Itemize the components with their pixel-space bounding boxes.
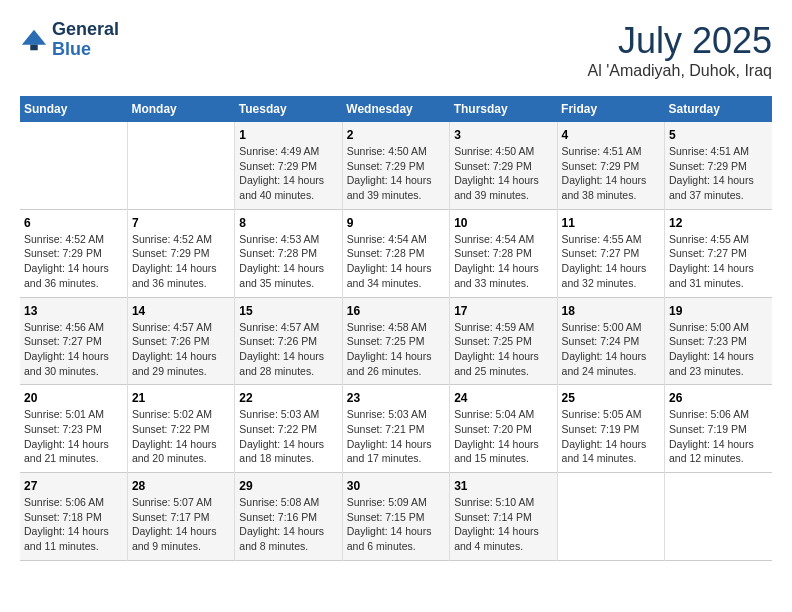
calendar-cell: 1Sunrise: 4:49 AMSunset: 7:29 PMDaylight… — [235, 122, 342, 209]
title-block: July 2025 Al 'Amadiyah, Duhok, Iraq — [588, 20, 772, 80]
calendar-cell: 20Sunrise: 5:01 AMSunset: 7:23 PMDayligh… — [20, 385, 127, 473]
cell-info: Sunrise: 4:52 AMSunset: 7:29 PMDaylight:… — [24, 232, 123, 291]
day-number: 26 — [669, 391, 768, 405]
calendar-title: July 2025 — [588, 20, 772, 62]
logo-text: General Blue — [52, 20, 119, 60]
calendar-subtitle: Al 'Amadiyah, Duhok, Iraq — [588, 62, 772, 80]
calendar-cell: 6Sunrise: 4:52 AMSunset: 7:29 PMDaylight… — [20, 209, 127, 297]
cell-info: Sunrise: 5:07 AMSunset: 7:17 PMDaylight:… — [132, 495, 230, 554]
cell-info: Sunrise: 4:53 AMSunset: 7:28 PMDaylight:… — [239, 232, 337, 291]
calendar-cell: 26Sunrise: 5:06 AMSunset: 7:19 PMDayligh… — [665, 385, 772, 473]
cell-info: Sunrise: 4:50 AMSunset: 7:29 PMDaylight:… — [454, 144, 552, 203]
day-number: 15 — [239, 304, 337, 318]
calendar-cell: 7Sunrise: 4:52 AMSunset: 7:29 PMDaylight… — [127, 209, 234, 297]
day-number: 14 — [132, 304, 230, 318]
day-number: 13 — [24, 304, 123, 318]
cell-info: Sunrise: 4:56 AMSunset: 7:27 PMDaylight:… — [24, 320, 123, 379]
calendar-cell: 14Sunrise: 4:57 AMSunset: 7:26 PMDayligh… — [127, 297, 234, 385]
day-number: 23 — [347, 391, 445, 405]
day-number: 7 — [132, 216, 230, 230]
calendar-cell: 30Sunrise: 5:09 AMSunset: 7:15 PMDayligh… — [342, 473, 449, 561]
calendar-cell: 19Sunrise: 5:00 AMSunset: 7:23 PMDayligh… — [665, 297, 772, 385]
cell-info: Sunrise: 5:09 AMSunset: 7:15 PMDaylight:… — [347, 495, 445, 554]
calendar-cell: 18Sunrise: 5:00 AMSunset: 7:24 PMDayligh… — [557, 297, 664, 385]
calendar-cell — [557, 473, 664, 561]
day-number: 29 — [239, 479, 337, 493]
cell-info: Sunrise: 4:55 AMSunset: 7:27 PMDaylight:… — [669, 232, 768, 291]
cell-info: Sunrise: 5:03 AMSunset: 7:22 PMDaylight:… — [239, 407, 337, 466]
cell-info: Sunrise: 5:06 AMSunset: 7:19 PMDaylight:… — [669, 407, 768, 466]
header-thursday: Thursday — [450, 96, 557, 122]
day-number: 2 — [347, 128, 445, 142]
calendar-cell: 23Sunrise: 5:03 AMSunset: 7:21 PMDayligh… — [342, 385, 449, 473]
header-monday: Monday — [127, 96, 234, 122]
logo: General Blue — [20, 20, 119, 60]
cell-info: Sunrise: 4:58 AMSunset: 7:25 PMDaylight:… — [347, 320, 445, 379]
calendar-table: SundayMondayTuesdayWednesdayThursdayFrid… — [20, 96, 772, 561]
calendar-cell: 12Sunrise: 4:55 AMSunset: 7:27 PMDayligh… — [665, 209, 772, 297]
calendar-cell: 9Sunrise: 4:54 AMSunset: 7:28 PMDaylight… — [342, 209, 449, 297]
day-number: 16 — [347, 304, 445, 318]
day-number: 31 — [454, 479, 552, 493]
cell-info: Sunrise: 4:54 AMSunset: 7:28 PMDaylight:… — [347, 232, 445, 291]
calendar-cell: 25Sunrise: 5:05 AMSunset: 7:19 PMDayligh… — [557, 385, 664, 473]
day-number: 17 — [454, 304, 552, 318]
header-wednesday: Wednesday — [342, 96, 449, 122]
cell-info: Sunrise: 4:55 AMSunset: 7:27 PMDaylight:… — [562, 232, 660, 291]
day-number: 1 — [239, 128, 337, 142]
day-number: 10 — [454, 216, 552, 230]
cell-info: Sunrise: 4:51 AMSunset: 7:29 PMDaylight:… — [562, 144, 660, 203]
calendar-cell: 8Sunrise: 4:53 AMSunset: 7:28 PMDaylight… — [235, 209, 342, 297]
cell-info: Sunrise: 5:00 AMSunset: 7:24 PMDaylight:… — [562, 320, 660, 379]
calendar-cell: 5Sunrise: 4:51 AMSunset: 7:29 PMDaylight… — [665, 122, 772, 209]
day-number: 25 — [562, 391, 660, 405]
cell-info: Sunrise: 4:59 AMSunset: 7:25 PMDaylight:… — [454, 320, 552, 379]
header-sunday: Sunday — [20, 96, 127, 122]
page-header: General Blue July 2025 Al 'Amadiyah, Duh… — [20, 20, 772, 80]
week-row-2: 6Sunrise: 4:52 AMSunset: 7:29 PMDaylight… — [20, 209, 772, 297]
cell-info: Sunrise: 4:49 AMSunset: 7:29 PMDaylight:… — [239, 144, 337, 203]
calendar-cell — [665, 473, 772, 561]
day-number: 12 — [669, 216, 768, 230]
day-number: 8 — [239, 216, 337, 230]
day-number: 30 — [347, 479, 445, 493]
header-row: SundayMondayTuesdayWednesdayThursdayFrid… — [20, 96, 772, 122]
day-number: 27 — [24, 479, 123, 493]
day-number: 21 — [132, 391, 230, 405]
calendar-cell: 13Sunrise: 4:56 AMSunset: 7:27 PMDayligh… — [20, 297, 127, 385]
cell-info: Sunrise: 5:05 AMSunset: 7:19 PMDaylight:… — [562, 407, 660, 466]
day-number: 24 — [454, 391, 552, 405]
calendar-cell: 28Sunrise: 5:07 AMSunset: 7:17 PMDayligh… — [127, 473, 234, 561]
svg-rect-1 — [30, 44, 37, 50]
logo-line1: General — [52, 20, 119, 40]
logo-icon — [20, 26, 48, 54]
header-saturday: Saturday — [665, 96, 772, 122]
day-number: 22 — [239, 391, 337, 405]
calendar-cell — [127, 122, 234, 209]
header-friday: Friday — [557, 96, 664, 122]
calendar-cell: 24Sunrise: 5:04 AMSunset: 7:20 PMDayligh… — [450, 385, 557, 473]
cell-info: Sunrise: 4:57 AMSunset: 7:26 PMDaylight:… — [132, 320, 230, 379]
calendar-cell: 29Sunrise: 5:08 AMSunset: 7:16 PMDayligh… — [235, 473, 342, 561]
day-number: 20 — [24, 391, 123, 405]
week-row-5: 27Sunrise: 5:06 AMSunset: 7:18 PMDayligh… — [20, 473, 772, 561]
day-number: 3 — [454, 128, 552, 142]
calendar-cell: 11Sunrise: 4:55 AMSunset: 7:27 PMDayligh… — [557, 209, 664, 297]
calendar-cell: 2Sunrise: 4:50 AMSunset: 7:29 PMDaylight… — [342, 122, 449, 209]
cell-info: Sunrise: 5:04 AMSunset: 7:20 PMDaylight:… — [454, 407, 552, 466]
cell-info: Sunrise: 5:01 AMSunset: 7:23 PMDaylight:… — [24, 407, 123, 466]
calendar-cell: 10Sunrise: 4:54 AMSunset: 7:28 PMDayligh… — [450, 209, 557, 297]
cell-info: Sunrise: 5:00 AMSunset: 7:23 PMDaylight:… — [669, 320, 768, 379]
cell-info: Sunrise: 5:08 AMSunset: 7:16 PMDaylight:… — [239, 495, 337, 554]
cell-info: Sunrise: 4:50 AMSunset: 7:29 PMDaylight:… — [347, 144, 445, 203]
cell-info: Sunrise: 4:57 AMSunset: 7:26 PMDaylight:… — [239, 320, 337, 379]
week-row-3: 13Sunrise: 4:56 AMSunset: 7:27 PMDayligh… — [20, 297, 772, 385]
day-number: 6 — [24, 216, 123, 230]
cell-info: Sunrise: 5:10 AMSunset: 7:14 PMDaylight:… — [454, 495, 552, 554]
cell-info: Sunrise: 5:06 AMSunset: 7:18 PMDaylight:… — [24, 495, 123, 554]
day-number: 4 — [562, 128, 660, 142]
day-number: 11 — [562, 216, 660, 230]
cell-info: Sunrise: 5:03 AMSunset: 7:21 PMDaylight:… — [347, 407, 445, 466]
calendar-cell: 17Sunrise: 4:59 AMSunset: 7:25 PMDayligh… — [450, 297, 557, 385]
svg-marker-0 — [22, 30, 46, 45]
